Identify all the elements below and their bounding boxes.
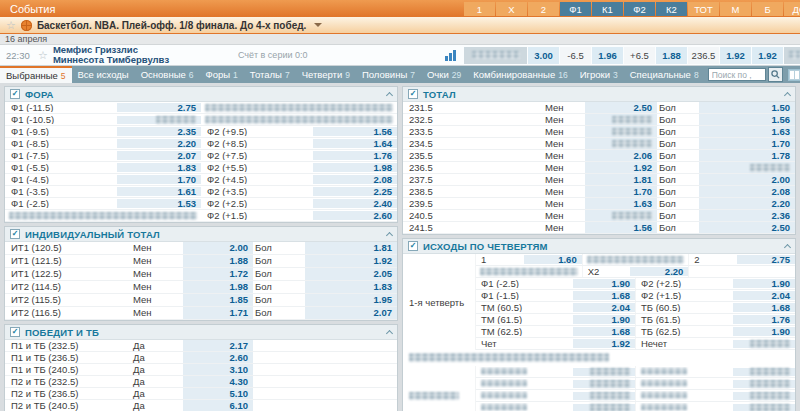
odds-cell[interactable]: 1.92 [752, 47, 783, 64]
odds-button[interactable] [117, 116, 201, 124]
odds-button[interactable]: 1.88 [183, 255, 253, 267]
odds-button[interactable]: 1.83 [305, 281, 397, 293]
odds-button[interactable] [733, 340, 795, 348]
checkbox-checked-icon[interactable]: ✓ [408, 241, 418, 251]
odds-button[interactable]: 2.04 [573, 303, 635, 313]
tab-item[interactable]: Специальные8 [624, 66, 705, 83]
odds-button[interactable] [733, 392, 795, 400]
chevron-up-icon[interactable] [386, 232, 393, 239]
odds-button[interactable]: 1.76 [733, 315, 795, 325]
odds-button[interactable]: 1.63 [699, 126, 795, 137]
league-bar[interactable]: ☆ Баскетбол. NBA. Плей-офф. 1/8 финала. … [0, 17, 800, 34]
odds-button[interactable] [733, 404, 795, 411]
odds-button[interactable]: 1.56 [699, 114, 795, 125]
odds-button[interactable]: 1.56 [313, 127, 397, 137]
tab-item[interactable]: Половины7 [356, 66, 421, 83]
odds-button[interactable]: 2.20 [699, 198, 795, 209]
odds-button[interactable]: 1.50 [699, 102, 795, 113]
odds-button[interactable]: 1.61 [117, 187, 201, 197]
odds-button[interactable]: 1.90 [733, 279, 795, 289]
odds-cell[interactable]: 236.5 [688, 47, 719, 64]
odds-button[interactable]: 1.81 [305, 242, 397, 254]
panel-total-header[interactable]: ✓ ТОТАЛ [403, 87, 795, 102]
tab-selected[interactable]: Выбранные5 [0, 66, 72, 83]
tab-item[interactable]: Четверти9 [296, 66, 356, 83]
checkbox-checked-icon[interactable]: ✓ [408, 89, 418, 99]
checkbox-checked-icon[interactable]: ✓ [10, 327, 20, 337]
odds-button[interactable]: 2.50 [699, 222, 795, 233]
panel-handicap-header[interactable]: ✓ ФОРА [5, 87, 397, 102]
odds-button[interactable] [585, 138, 657, 149]
odds-button[interactable]: 1.56 [585, 222, 657, 233]
tab-item[interactable]: Очки29 [421, 66, 467, 83]
odds-button[interactable]: 1.90 [573, 315, 635, 325]
odds-button[interactable]: 2.06 [585, 150, 657, 161]
odds-button[interactable]: 1.70 [699, 138, 795, 149]
odds-button[interactable]: 2.08 [313, 175, 397, 185]
odds-cell[interactable] [784, 47, 800, 64]
odds-button[interactable]: 3.10 [183, 364, 253, 375]
odds-button[interactable] [573, 380, 635, 388]
tab-item[interactable]: Тоталы7 [244, 66, 296, 83]
odds-button[interactable]: 4.30 [183, 376, 253, 387]
odds-button[interactable]: 1.70 [117, 175, 201, 185]
odds-button[interactable]: 1.64 [313, 139, 397, 149]
odds-cell[interactable] [464, 47, 527, 64]
panel-individual-total-header[interactable]: ✓ ИНДИВИДУАЛЬНЫЙ ТОТАЛ [5, 227, 397, 242]
odds-button[interactable]: 2.00 [183, 242, 253, 254]
chevron-up-icon[interactable] [386, 330, 393, 337]
odds-button[interactable]: 1.78 [699, 150, 795, 161]
odds-button[interactable]: 1.90 [573, 279, 635, 289]
odds-button[interactable]: 1.76 [313, 151, 397, 161]
odds-button[interactable] [573, 368, 635, 376]
tab-item[interactable]: Комбинированные16 [467, 66, 573, 83]
odds-button[interactable] [733, 368, 795, 376]
odds-cell[interactable]: +6.5 [624, 47, 655, 64]
odds-button[interactable]: 2.20 [630, 267, 688, 277]
search-button[interactable] [768, 67, 783, 82]
odds-button[interactable]: 1.68 [573, 327, 635, 337]
favorite-star-icon[interactable]: ☆ [6, 20, 16, 31]
tab-item[interactable]: Все исходы [72, 66, 135, 83]
chevron-up-icon[interactable] [784, 92, 791, 99]
odds-button[interactable]: 1.95 [305, 294, 397, 306]
odds-button[interactable]: 5.10 [183, 388, 253, 399]
odds-button[interactable]: 1.92 [305, 255, 397, 267]
odds-button[interactable]: 2.36 [699, 210, 795, 221]
odds-button[interactable]: 2.07 [305, 307, 397, 319]
odds-button[interactable]: 6.10 [183, 400, 253, 411]
odds-button[interactable]: 1.81 [585, 174, 657, 185]
odds-button[interactable]: 2.25 [313, 187, 397, 197]
odds-button[interactable] [585, 126, 657, 137]
odds-button[interactable]: 1.53 [117, 199, 201, 209]
odds-button[interactable]: 2.17 [183, 340, 253, 351]
statistics-icon[interactable] [445, 49, 458, 61]
odds-button[interactable]: 1.83 [117, 163, 201, 173]
odds-button[interactable]: 2.04 [733, 291, 795, 301]
odds-button[interactable]: 1.85 [183, 294, 253, 306]
odds-button[interactable]: 1.68 [733, 303, 795, 313]
odds-button[interactable]: 2.20 [117, 139, 201, 149]
odds-button[interactable] [585, 210, 657, 221]
tab-item[interactable]: Игроки3 [574, 66, 624, 83]
odds-cell[interactable]: -6.5 [560, 47, 591, 64]
match-teams-link[interactable]: Мемфис Гриззлис Миннесота Тимбервулвз [53, 45, 238, 65]
odds-button[interactable]: 2.08 [699, 186, 795, 197]
chevron-up-icon[interactable] [784, 244, 791, 251]
favorite-star-icon[interactable]: ☆ [38, 50, 48, 61]
odds-button[interactable] [733, 380, 795, 388]
checkbox-checked-icon[interactable]: ✓ [10, 229, 20, 239]
odds-button[interactable]: 2.50 [585, 102, 657, 113]
odds-button[interactable]: 2.60 [183, 352, 253, 363]
odds-button[interactable]: 1.98 [183, 281, 253, 293]
odds-button[interactable]: 2.05 [305, 268, 397, 280]
odds-cell[interactable]: 1.92 [720, 47, 751, 64]
odds-button[interactable]: 2.75 [737, 255, 795, 265]
odds-button[interactable]: 1.68 [573, 291, 635, 301]
tab-item[interactable]: Основные6 [135, 66, 200, 83]
odds-button[interactable]: 1.63 [585, 198, 657, 209]
odds-button[interactable]: 1.90 [733, 327, 795, 337]
panel-win-and-total-header[interactable]: ✓ ПОБЕДИТ И ТБ [5, 325, 397, 340]
chevron-up-icon[interactable] [386, 92, 393, 99]
odds-button[interactable]: 1.72 [183, 268, 253, 280]
